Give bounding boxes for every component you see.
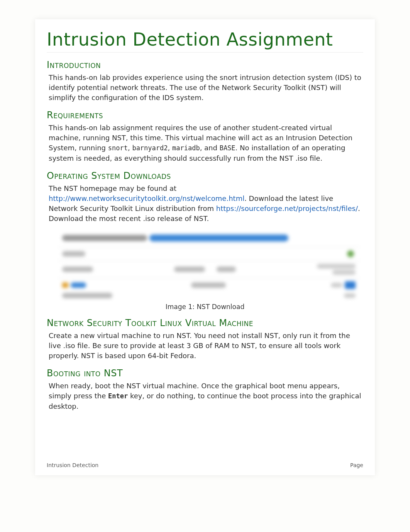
text: , (168, 144, 172, 152)
text: , and (200, 144, 220, 152)
text: The NST homepage may be found at (49, 184, 176, 192)
link-nst-home[interactable]: http://www.networksecuritytoolkit.org/ns… (49, 194, 244, 202)
heading-booting: Booting into NST (47, 368, 363, 379)
paragraph-os-downloads: The NST homepage may be found at http://… (49, 184, 361, 224)
figure-caption-1: Image 1: NST Download (47, 303, 363, 311)
document-page: Intrusion Detection Assignment Introduct… (35, 19, 375, 475)
code-base: BASE (220, 144, 235, 152)
paragraph-requirements: This hands-on lab assignment requires th… (49, 123, 361, 163)
heading-nst-vm: Network Security Toolkit Linux Virtual M… (47, 318, 363, 328)
code-snort: snort (108, 144, 128, 152)
heading-introduction: Introduction (47, 59, 363, 70)
footer-left: Intrusion Detection (47, 462, 98, 468)
paragraph-booting: When ready, boot the NST virtual machine… (49, 381, 361, 411)
paragraph-nst-vm: Create a new virtual machine to run NST.… (49, 331, 361, 361)
heading-os-downloads: Operating System Downloads (47, 170, 363, 181)
heading-requirements: Requirements (47, 110, 363, 121)
code-mariadb: mariadb (172, 144, 200, 152)
text: , (128, 144, 132, 152)
page-title: Intrusion Detection Assignment (47, 29, 363, 53)
paragraph-intro: This hands-on lab provides experience us… (49, 73, 361, 103)
page-footer: Intrusion Detection Page (47, 462, 363, 468)
footer-right: Page (350, 462, 363, 468)
link-nst-files[interactable]: https://sourceforge.net/projects/nst/fil… (216, 204, 358, 212)
figure-nst-download (58, 229, 359, 301)
code-barnyard2: barnyard2 (132, 144, 168, 152)
key-enter: Enter (108, 392, 128, 400)
